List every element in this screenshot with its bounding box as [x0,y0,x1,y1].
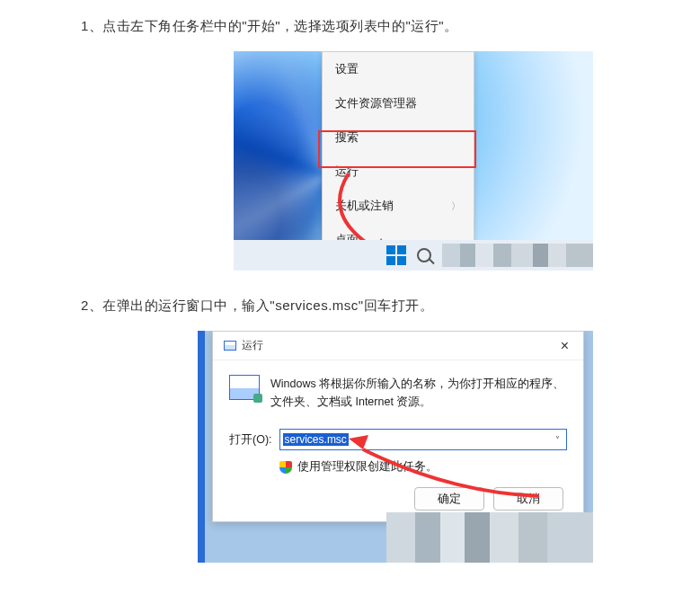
figure-1: 设置 文件资源管理器 搜索 运行 关机或注销〉 桌面 [234,51,593,271]
open-label: 打开(O): [229,432,272,448]
admin-row: 使用管理权限创建此任务。 [279,459,567,475]
chevron-right-icon: 〉 [451,200,461,213]
admin-text: 使用管理权限创建此任务。 [297,459,438,475]
blurred-region [442,244,593,267]
search-icon[interactable] [417,248,431,262]
taskbar [234,240,593,271]
menu-item-run[interactable]: 运行 [323,155,474,189]
menu-item-search[interactable]: 搜索 [323,120,474,155]
step-1-text: 1、点击左下角任务栏中的"开始"，选择选项列表中的"运行"。 [81,18,619,35]
run-dialog: 运行 × Windows 将根据你所输入的名称，为你打开相应的程序、文件夹、文档… [212,331,584,522]
menu-item-settings[interactable]: 设置 [323,52,474,86]
dialog-icon [224,341,236,351]
start-button[interactable] [386,245,406,265]
chevron-down-icon[interactable]: ˅ [552,435,563,445]
close-button[interactable]: × [557,338,572,354]
run-app-icon [229,375,260,400]
step-2-text: 2、在弹出的运行窗口中，输入"services.msc"回车打开。 [81,298,619,315]
menu-item-explorer[interactable]: 文件资源管理器 [323,86,474,120]
context-menu: 设置 文件资源管理器 搜索 运行 关机或注销〉 桌面 [322,51,474,258]
figure-2: 运行 × Windows 将根据你所输入的名称，为你打开相应的程序、文件夹、文档… [198,331,593,563]
ok-button[interactable]: 确定 [414,487,484,511]
blurred-region [386,512,593,563]
shield-icon [279,461,292,474]
dialog-title: 运行 [242,338,263,353]
titlebar: 运行 × [213,332,583,360]
menu-item-power[interactable]: 关机或注销〉 [323,189,474,223]
open-input-value: services.msc [283,433,349,446]
open-input[interactable]: services.msc ˅ [279,429,567,450]
dialog-description: Windows 将根据你所输入的名称，为你打开相应的程序、文件夹、文档或 Int… [270,375,567,411]
cancel-button[interactable]: 取消 [493,487,563,511]
